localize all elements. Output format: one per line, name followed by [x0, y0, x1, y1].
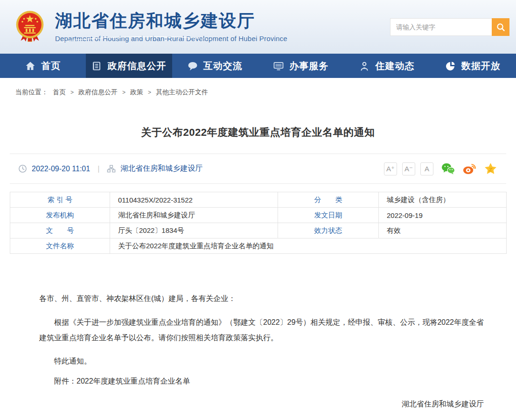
nav-item-gov-info[interactable]: 政府信息公开 [86, 54, 172, 78]
document-body: 各市、州、直管市、神农架林区住(城）建局，各有关企业： 根据《关于进一步加强建筑… [10, 293, 506, 420]
search-icon [496, 22, 505, 32]
table-row: 文件名称 关于公布2022年度建筑业重点培育企业名单的通知 [10, 238, 507, 254]
nav-item-open-data[interactable]: 数据开放 [430, 54, 516, 78]
monitor-icon [273, 61, 284, 71]
document-icon [91, 61, 102, 71]
breadcrumb-separator: > [148, 89, 151, 96]
document-title-value: 关于公布2022年度建筑业重点培育企业名单的通知 [110, 238, 507, 254]
index-number-value: 01104325X/2022-31522 [110, 192, 278, 208]
attachment-line: 附件：2022年度建筑业重点培育企业名单 [39, 377, 484, 386]
weibo-share-icon[interactable] [463, 162, 476, 175]
national-emblem-icon [15, 9, 45, 45]
issuing-agency-label: 发布机构 [10, 208, 110, 223]
nav-item-news[interactable]: 住建动态 [344, 54, 430, 78]
font-reset-button[interactable]: A [420, 162, 433, 175]
breadcrumb-label: 当前位置： [15, 88, 48, 97]
search-button[interactable] [492, 18, 509, 36]
issue-date-label: 发文日期 [278, 208, 379, 223]
validity-status-value: 有效 [379, 223, 507, 238]
article-tools: A⁺ A⁻ A [384, 162, 498, 175]
breadcrumb-item-other-docs[interactable]: 其他主动公开文件 [156, 88, 208, 97]
category-value: 城乡建设（含住房） [379, 192, 507, 208]
pie-chart-icon [446, 61, 456, 71]
nav-item-interaction[interactable]: 互动交流 [172, 54, 258, 78]
document-number-label: 文 号 [10, 223, 110, 238]
validity-status-label: 效力状态 [278, 223, 379, 238]
person-icon [359, 61, 370, 71]
font-increase-button[interactable]: A⁺ [384, 162, 397, 175]
nav-item-services[interactable]: 办事服务 [258, 54, 344, 78]
site-search [390, 18, 509, 36]
search-input[interactable] [390, 18, 492, 36]
document-title-label: 文件名称 [10, 238, 110, 254]
breadcrumb-separator: > [122, 89, 126, 96]
org-sitemap-icon [107, 164, 116, 173]
issuing-agency-value: 湖北省住房和城乡建设厅 [110, 208, 278, 223]
nav-item-home[interactable]: 首页 [0, 54, 86, 78]
nav-label: 数据开放 [461, 60, 501, 72]
salutation: 各市、州、直管市、神农架林区住(城）建局，各有关企业： [39, 293, 484, 304]
meta-divider: | [98, 165, 99, 173]
breadcrumb-item-policy[interactable]: 政策 [130, 88, 143, 97]
document-number-value: 厅头〔2022〕1834号 [110, 223, 278, 238]
body-paragraph: 根据《关于进一步加强建筑业重点企业培育的通知》（鄂建文〔2022〕29号）相关规… [39, 315, 484, 345]
table-row: 发布机构 湖北省住房和城乡建设厅 发文日期 2022-09-19 [10, 208, 507, 223]
nav-label: 办事服务 [289, 60, 328, 72]
clock-icon [18, 164, 27, 173]
signature: 湖北省住房和城乡建设厅 [39, 399, 484, 410]
breadcrumb: 当前位置： 首页 > 政府信息公开 > 政策 > 其他主动公开文件 [10, 88, 506, 97]
table-row: 索 引 号 01104325X/2022-31522 分 类 城乡建设（含住房） [10, 192, 507, 208]
breadcrumb-separator: > [70, 89, 74, 96]
article-meta: 2022-09-20 11:01 | 湖北省住房和城乡建设厅 [18, 164, 202, 174]
article: 关于公布2022年度建筑业重点培育企业名单的通知 2022-09-20 11:0… [10, 126, 506, 420]
nav-label: 住建动态 [375, 60, 414, 72]
document-info-table: 索 引 号 01104325X/2022-31522 分 类 城乡建设（含住房）… [10, 192, 507, 254]
table-row: 文 号 厅头〔2022〕1834号 效力状态 有效 [10, 223, 507, 238]
category-label: 分 类 [278, 192, 379, 208]
breadcrumb-item-home[interactable]: 首页 [53, 88, 66, 97]
chat-bubble-icon [188, 61, 198, 71]
main-nav: 首页 政府信息公开 互动交流 办事服务 住建动态 数据开放 [0, 54, 516, 78]
site-subtitle: Department of Housing and Urban-Rural De… [55, 35, 287, 42]
closing-line: 特此通知。 [39, 357, 484, 366]
site-header: 湖北省住房和城乡建设厅 Department of Housing and Ur… [0, 0, 516, 54]
issue-date-value: 2022-09-19 [379, 208, 507, 223]
publish-datetime: 2022-09-20 11:01 [32, 165, 90, 173]
article-title: 关于公布2022年度建筑业重点培育企业名单的通知 [10, 126, 506, 140]
nav-label: 首页 [41, 60, 61, 72]
breadcrumb-item-gov-info[interactable]: 政府信息公开 [78, 88, 118, 97]
nav-label: 政府信息公开 [107, 60, 166, 72]
wechat-share-icon[interactable] [441, 162, 455, 175]
article-meta-row: 2022-09-20 11:01 | 湖北省住房和城乡建设厅 A⁺ A⁻ A [10, 154, 506, 184]
home-icon [25, 61, 35, 71]
index-number-label: 索 引 号 [10, 192, 110, 208]
nav-label: 互动交流 [203, 60, 243, 72]
font-decrease-button[interactable]: A⁻ [402, 162, 415, 175]
qzone-share-icon[interactable] [484, 162, 498, 175]
site-logo-link[interactable]: 湖北省住房和城乡建设厅 Department of Housing and Ur… [15, 9, 287, 45]
site-title: 湖北省住房和城乡建设厅 [55, 11, 287, 31]
publish-source: 湖北省住房和城乡建设厅 [120, 164, 202, 174]
